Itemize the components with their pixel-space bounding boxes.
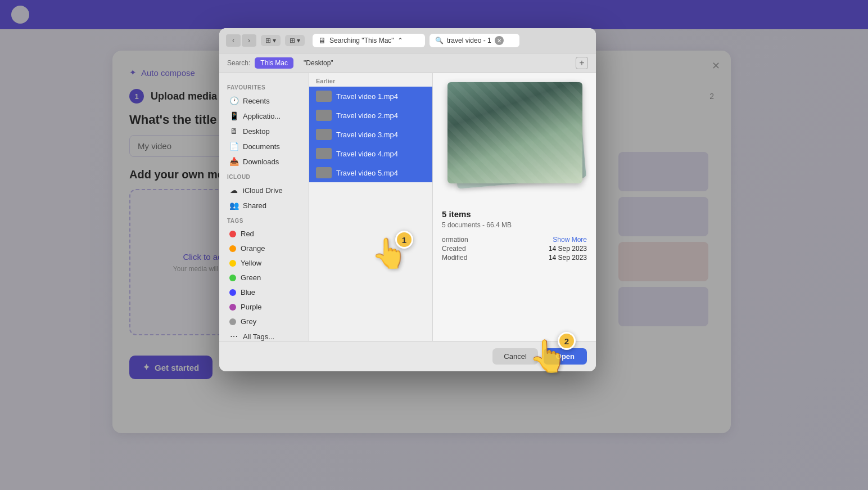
- sidebar-item-green[interactable]: Green: [221, 271, 306, 285]
- picker-toolbar: ‹ › ⊞ ▾ ⊞ ▾ 🖥 Searching "This Mac" ⌃ 🔍 t…: [219, 28, 596, 53]
- items-detail: 5 documents - 66.4 MB: [442, 221, 587, 229]
- grey-tag-dot: [229, 318, 236, 325]
- location-label: Searching "This Mac": [329, 37, 394, 44]
- file-item-4[interactable]: Travel video 4.mp4: [309, 144, 432, 163]
- search-clear-button[interactable]: ✕: [495, 36, 504, 45]
- items-count: 5 items: [442, 209, 587, 219]
- forward-button[interactable]: ›: [242, 34, 256, 47]
- preview-image-front: [447, 82, 582, 183]
- sidebar-item-icloud-drive[interactable]: ☁ iCloud Drive: [221, 183, 306, 197]
- grid-chevron-icon: ▾: [297, 37, 300, 44]
- grid-icon: ⊞: [290, 37, 295, 44]
- file-thumb-1: [316, 91, 332, 102]
- favourites-label: Favourites: [219, 80, 309, 93]
- sidebar-item-shared[interactable]: 👥 Shared: [221, 198, 306, 213]
- step-bubble-1: 1: [395, 231, 413, 249]
- location-dropdown[interactable]: 🖥 Searching "This Mac" ⌃: [313, 34, 425, 47]
- documents-icon: 📄: [229, 142, 238, 151]
- tab-this-mac[interactable]: This Mac: [255, 57, 293, 69]
- info-row-modified: Modified 14 Sep 2023: [442, 254, 587, 262]
- sidebar-item-purple[interactable]: Purple: [221, 300, 306, 314]
- applications-icon: 📱: [229, 111, 238, 120]
- shared-label: Shared: [243, 201, 266, 210]
- desktop-label: Desktop: [243, 127, 270, 136]
- show-more-button[interactable]: Show More: [553, 236, 587, 244]
- sidebar-item-yellow[interactable]: Yellow: [221, 256, 306, 270]
- file-item-2[interactable]: Travel video 2.mp4: [309, 106, 432, 125]
- file-thumb-2: [316, 110, 332, 121]
- modified-value: 14 Sep 2023: [549, 254, 587, 262]
- grey-label: Grey: [241, 317, 256, 326]
- yellow-label: Yellow: [241, 259, 261, 267]
- columns-icon: ⊞: [265, 37, 271, 44]
- tab-desktop[interactable]: "Desktop": [298, 57, 339, 69]
- file-thumb-4: [316, 148, 332, 159]
- picker-content-split: Earlier Travel video 1.mp4 Travel video …: [309, 73, 596, 341]
- picker-body: Favourites 🕐 Recents 📱 Applicatio... 🖥 D…: [219, 73, 596, 341]
- all-tags-icon: ⋯: [229, 332, 238, 341]
- file-thumb-5: [316, 167, 332, 178]
- green-label: Green: [241, 273, 261, 282]
- file-name-1: Travel video 1.mp4: [336, 92, 398, 101]
- sidebar-item-all-tags[interactable]: ⋯ All Tags...: [221, 329, 306, 341]
- grid-view-button[interactable]: ⊞ ▾: [285, 35, 305, 46]
- tags-label: Tags: [219, 213, 309, 226]
- file-name-2: Travel video 2.mp4: [336, 111, 398, 120]
- search-label: Search:: [227, 59, 250, 67]
- sidebar-item-applications[interactable]: 📱 Applicatio...: [221, 109, 306, 123]
- modified-label: Modified: [442, 254, 467, 262]
- green-tag-dot: [229, 275, 236, 281]
- sidebar-item-desktop[interactable]: 🖥 Desktop: [221, 124, 306, 138]
- annotation-step-1: 👆 1: [371, 236, 408, 271]
- documents-label: Documents: [243, 142, 280, 151]
- purple-tag-dot: [229, 304, 236, 311]
- picker-sidebar: Favourites 🕐 Recents 📱 Applicatio... 🖥 D…: [219, 73, 309, 341]
- add-search-location-button[interactable]: +: [576, 57, 588, 69]
- file-name-3: Travel video 3.mp4: [336, 131, 398, 139]
- sidebar-item-downloads[interactable]: 📥 Downloads: [221, 154, 306, 169]
- search-icon: 🔍: [435, 37, 444, 44]
- info-row-created: Created 14 Sep 2023: [442, 245, 587, 253]
- orange-label: Orange: [241, 244, 265, 253]
- all-tags-label: All Tags...: [243, 332, 274, 341]
- columns-view-button[interactable]: ⊞ ▾: [261, 35, 281, 46]
- blue-tag-dot: [229, 289, 236, 296]
- sidebar-item-blue[interactable]: Blue: [221, 285, 306, 299]
- search-query[interactable]: travel video - 1: [447, 37, 491, 44]
- orange-tag-dot: [229, 245, 236, 252]
- preview-image-content: [447, 82, 582, 183]
- desktop-icon: 🖥: [229, 127, 238, 136]
- sidebar-item-orange[interactable]: Orange: [221, 241, 306, 255]
- file-name-4: Travel video 4.mp4: [336, 150, 398, 158]
- red-label: Red: [241, 230, 254, 238]
- back-button[interactable]: ‹: [226, 34, 241, 47]
- file-item-1[interactable]: Travel video 1.mp4: [309, 87, 432, 106]
- downloads-icon: 📥: [229, 157, 238, 166]
- picker-preview-area: 5 items 5 documents - 66.4 MB ormation S…: [433, 73, 596, 341]
- preview-image-stack: [442, 82, 596, 200]
- info-label: ormation: [442, 236, 468, 244]
- icloud-drive-icon: ☁: [229, 186, 238, 195]
- dropdown-arrow: ⌃: [397, 37, 403, 44]
- created-value: 14 Sep 2023: [549, 245, 587, 253]
- step-bubble-2: 2: [558, 332, 576, 350]
- earlier-label: Earlier: [309, 73, 432, 87]
- purple-label: Purple: [241, 303, 262, 311]
- blue-label: Blue: [241, 288, 255, 296]
- file-item-3[interactable]: Travel video 3.mp4: [309, 125, 432, 144]
- sidebar-item-documents[interactable]: 📄 Documents: [221, 139, 306, 154]
- red-tag-dot: [229, 231, 236, 237]
- search-tabs: Search: This Mac "Desktop" +: [219, 53, 596, 73]
- sidebar-item-red[interactable]: Red: [221, 227, 306, 241]
- downloads-label: Downloads: [243, 158, 279, 166]
- icloud-label: iCloud: [219, 169, 309, 182]
- recents-label: Recents: [243, 97, 270, 105]
- annotation-step-2: 👆 2: [528, 338, 568, 375]
- chevron-down-icon: ▾: [273, 37, 276, 44]
- file-item-5[interactable]: Travel video 5.mp4: [309, 163, 432, 182]
- file-list-area: Earlier Travel video 1.mp4 Travel video …: [309, 73, 433, 341]
- mac-icon: 🖥: [318, 36, 326, 45]
- sidebar-item-grey[interactable]: Grey: [221, 314, 306, 329]
- icloud-drive-label: iCloud Drive: [243, 186, 283, 195]
- sidebar-item-recents[interactable]: 🕐 Recents: [221, 93, 306, 108]
